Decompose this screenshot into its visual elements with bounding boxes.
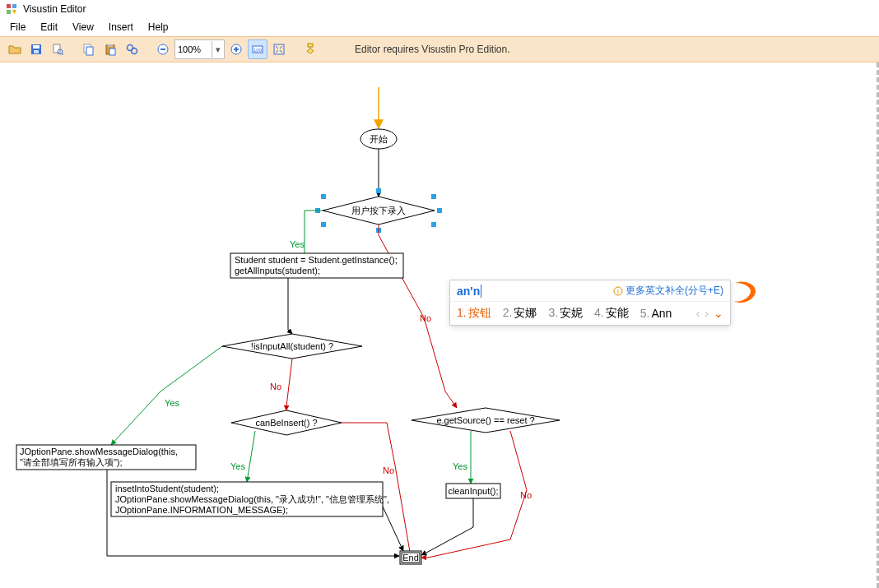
open-button[interactable]	[5, 39, 25, 59]
chevron-down-icon[interactable]: ▾	[212, 41, 224, 58]
svg-text:e.getSource() == reset ?: e.getSource() == reset ?	[436, 415, 534, 425]
svg-rect-30	[376, 188, 381, 193]
svg-text:100: 100	[253, 48, 263, 53]
flowchart-svg: 开始 用户按下录入 Yes No Student student = Stude…	[0, 63, 872, 588]
svg-text:!isInputAll(student) ?: !isInputAll(student) ?	[251, 341, 333, 351]
svg-line-8	[62, 53, 63, 55]
svg-text:insetIntoStudent(student);: insetIntoStudent(student);	[115, 484, 219, 493]
ime-cand-1[interactable]: 1.按钮	[457, 306, 491, 321]
zoom-in-button[interactable]	[226, 39, 246, 59]
svg-text:cleanInput();: cleanInput();	[448, 486, 498, 496]
canvas[interactable]: 开始 用户按下录入 Yes No Student student = Stude…	[0, 63, 879, 588]
zoom-out-button[interactable]	[153, 39, 173, 59]
svg-rect-0	[7, 4, 11, 8]
svg-text:No: No	[520, 490, 532, 500]
svg-text:"请全部填写所有输入项");: "请全部填写所有输入项");	[20, 457, 123, 467]
menu-file[interactable]: File	[3, 20, 32, 35]
svg-text:JOptionPane.showMessageDialog(: JOptionPane.showMessageDialog(this, "录入成…	[115, 494, 389, 504]
ime-pager[interactable]: ‹›⌄	[696, 307, 723, 320]
toolbar: ▾ 100 Editor requires Visustin Pro Editi…	[0, 36, 879, 63]
svg-rect-12	[108, 44, 113, 47]
ime-cand-5[interactable]: 5.Ann	[640, 307, 672, 320]
svg-text:Yes: Yes	[165, 398, 179, 408]
ime-candidate-window[interactable]: an'n i 更多英文补全(分号+E) 1.按钮 2.安娜 3.安妮 4.安能 …	[449, 280, 731, 326]
ime-cand-3[interactable]: 3.安妮	[548, 306, 583, 321]
svg-rect-36	[431, 222, 436, 227]
svg-text:JOptionPane.showMessageDialog(: JOptionPane.showMessageDialog(this,	[20, 447, 178, 456]
svg-text:S: S	[739, 287, 748, 301]
flowchart-button[interactable]	[300, 39, 320, 59]
svg-point-15	[132, 49, 137, 54]
app-icon	[5, 2, 18, 16]
svg-text:Student student = Student.getI: Student student = Student.getInstance();	[235, 255, 398, 265]
menu-view[interactable]: View	[66, 20, 100, 35]
start-node[interactable]: 开始	[370, 134, 388, 144]
svg-text:No: No	[420, 313, 431, 323]
menu-insert[interactable]: Insert	[102, 20, 140, 35]
svg-rect-24	[308, 44, 313, 47]
find-button[interactable]	[122, 39, 142, 59]
svg-rect-5	[34, 50, 39, 53]
status-text: Editor requires Visustin Pro Edition.	[355, 44, 510, 55]
svg-rect-23	[274, 44, 284, 54]
svg-rect-34	[321, 222, 326, 227]
svg-rect-13	[109, 49, 115, 55]
svg-rect-29	[321, 194, 326, 199]
svg-rect-10	[86, 47, 93, 55]
fit-button[interactable]	[269, 39, 289, 59]
svg-text:No: No	[270, 382, 281, 391]
ime-candidates: 1.按钮 2.安娜 3.安妮 4.安能 5.Ann ‹›⌄	[450, 302, 730, 325]
print-preview-button[interactable]	[48, 39, 67, 59]
svg-rect-4	[33, 45, 40, 49]
copy-button[interactable]	[79, 39, 99, 59]
svg-text:i: i	[617, 288, 619, 295]
decision-user-press[interactable]: 用户按下录入	[351, 206, 406, 215]
menubar: File Edit View Insert Help	[0, 18, 879, 36]
svg-text:getAllInputs(student);: getAllInputs(student);	[235, 266, 320, 275]
svg-rect-31	[431, 194, 436, 199]
paste-button[interactable]	[100, 39, 120, 59]
zoom-combo[interactable]: ▾	[174, 39, 225, 59]
svg-rect-6	[53, 44, 60, 53]
info-icon: i	[613, 286, 623, 296]
ime-hint[interactable]: i 更多英文补全(分号+E)	[613, 284, 723, 298]
save-button[interactable]	[26, 39, 46, 59]
sogou-logo-icon: S	[732, 281, 757, 306]
ime-cand-4[interactable]: 4.安能	[594, 306, 629, 321]
svg-text:End: End	[402, 553, 419, 563]
svg-text:Yes: Yes	[453, 461, 467, 471]
svg-rect-1	[12, 4, 16, 8]
titlebar: Visustin Editor	[0, 0, 879, 18]
svg-text:canBeInsert() ?: canBeInsert() ?	[255, 418, 317, 428]
ime-cand-2[interactable]: 2.安娜	[503, 306, 537, 321]
svg-text:JOptionPane.INFORMATION_MESSAG: JOptionPane.INFORMATION_MESSAGE);	[115, 505, 288, 515]
ime-typed: an'n	[457, 285, 481, 298]
zoom-input[interactable]	[175, 43, 212, 56]
svg-text:Yes: Yes	[230, 461, 245, 471]
svg-text:Yes: Yes	[290, 239, 305, 249]
svg-rect-2	[7, 10, 11, 14]
menu-edit[interactable]: Edit	[34, 20, 64, 35]
menu-help[interactable]: Help	[142, 20, 175, 35]
app-title: Visustin Editor	[23, 3, 86, 15]
zoom-100-button[interactable]: 100	[248, 39, 267, 59]
svg-rect-33	[437, 208, 442, 213]
svg-text:No: No	[383, 465, 394, 475]
